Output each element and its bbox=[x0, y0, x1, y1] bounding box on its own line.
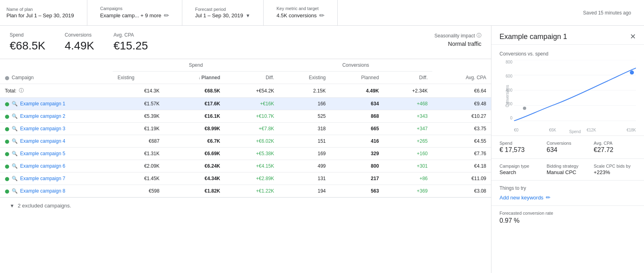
campaign-name-link[interactable]: Example campaign 2 bbox=[20, 113, 65, 119]
chart-container: 800 600 400 200 0 bbox=[500, 60, 636, 132]
search-icon: 🔍 bbox=[12, 113, 18, 119]
chart-section: Conversions vs. spend 800 600 400 200 0 bbox=[491, 45, 644, 136]
campaign-status-dot: ⬤ bbox=[5, 76, 9, 80]
col-avg-cpa-header: Avg. CPA bbox=[432, 59, 491, 84]
table-row[interactable]: ⬤ 🔍 Example campaign 1 €1.57K €17.6K +€1… bbox=[0, 98, 491, 110]
svg-point-6 bbox=[523, 107, 526, 110]
edit-keywords-icon: ✏ bbox=[546, 194, 551, 201]
col-conv-diff: Diff. bbox=[384, 72, 432, 84]
search-icon: 🔍 bbox=[12, 101, 18, 107]
campaign-name-link[interactable]: Example campaign 7 bbox=[20, 176, 65, 181]
spend-value: €68.5K bbox=[10, 39, 45, 52]
search-icon: 🔍 bbox=[12, 163, 18, 169]
close-button[interactable]: ✕ bbox=[630, 32, 636, 41]
campaign-name-link[interactable]: Example campaign 6 bbox=[20, 163, 65, 169]
plan-name-value: Plan for Jul 1 – Sep 30, 2019 bbox=[6, 12, 74, 18]
conversions-value: 4.49K bbox=[65, 39, 94, 52]
panel-avg-cpa-metric: Avg. CPA €27.72 bbox=[594, 141, 636, 154]
campaign-status-dot: ⬤ bbox=[5, 127, 9, 131]
total-info-icon[interactable]: ⓘ bbox=[19, 87, 24, 94]
table-row[interactable]: ⬤ 🔍 Example campaign 7 €1.45K €4.34K +€2… bbox=[0, 172, 491, 185]
campaign-name-link[interactable]: Example campaign 8 bbox=[20, 188, 65, 194]
campaign-name-link[interactable]: Example campaign 1 bbox=[20, 101, 65, 107]
search-icon: 🔍 bbox=[12, 126, 18, 131]
avg-cpa-value: €15.25 bbox=[114, 39, 148, 52]
forecast-label: Forecast period bbox=[195, 7, 250, 12]
table-row[interactable]: ⬤ 🔍 Example campaign 4 €687 €6.7K +€6.02… bbox=[0, 135, 491, 148]
chart-x-label: Spend bbox=[569, 129, 581, 134]
campaign-status-dot: ⬤ bbox=[5, 139, 9, 144]
col-spend-existing: Existing bbox=[113, 72, 164, 84]
table-row[interactable]: ⬤ 🔍 Example campaign 2 €5.39K €16.1K +€1… bbox=[0, 110, 491, 123]
panel-conversions-metric: Conversions 634 bbox=[547, 141, 589, 154]
col-spend-group-header: Spend bbox=[113, 59, 279, 72]
table-row[interactable]: ⬤ 🔍 Example campaign 6 €2.09K €6.24K +€4… bbox=[0, 160, 491, 172]
main-layout: Spend €68.5K Conversions 4.49K Avg. CPA … bbox=[0, 26, 644, 273]
campaign-name-link[interactable]: Example campaign 4 bbox=[20, 138, 65, 144]
right-panel-title: Example campaign 1 bbox=[500, 33, 567, 41]
forecast-value: Jul 1 – Sep 30, 2019 ▼ bbox=[195, 12, 250, 18]
col-spend-diff: Diff. bbox=[225, 72, 279, 84]
forecast-section: Forecast period Jul 1 – Sep 30, 2019 ▼ bbox=[195, 0, 264, 25]
campaign-name-link[interactable]: Example campaign 3 bbox=[20, 126, 65, 131]
campaign-status-dot: ⬤ bbox=[5, 164, 9, 168]
metric-edit-icon[interactable]: ✏ bbox=[319, 12, 324, 19]
avg-cpa-summary: Avg. CPA €15.25 bbox=[114, 32, 148, 52]
campaign-type-item: Campaign type Search bbox=[500, 164, 542, 175]
search-icon: 🔍 bbox=[12, 176, 18, 181]
avg-cpa-label: Avg. CPA bbox=[114, 32, 148, 38]
search-icon: 🔍 bbox=[12, 188, 18, 194]
campaign-status-dot: ⬤ bbox=[5, 114, 9, 119]
search-icon: 🔍 bbox=[12, 151, 18, 156]
metrics-section: Spend € 17,573 Conversions 634 Avg. CPA … bbox=[491, 136, 644, 159]
top-header: Name of plan Plan for Jul 1 – Sep 30, 20… bbox=[0, 0, 644, 26]
seasonality-summary: Seasonality impact ⓘ Normal traffic bbox=[434, 32, 481, 52]
right-panel: Example campaign 1 ✕ Conversions vs. spe… bbox=[491, 26, 644, 273]
panel-spend-metric: Spend € 17,573 bbox=[500, 141, 542, 154]
chart-svg bbox=[514, 60, 636, 121]
col-conv-group-header: Conversions bbox=[279, 59, 432, 72]
spend-label: Spend bbox=[10, 32, 45, 38]
table-row[interactable]: ⬤ 🔍 Example campaign 8 €598 €1.82K +€1.2… bbox=[0, 185, 491, 197]
add-keywords-item[interactable]: Add new keywords ✏ bbox=[500, 194, 636, 201]
col-conv-existing: Existing bbox=[279, 72, 330, 84]
scale-cpc-item: Scale CPC bids by +223% bbox=[594, 164, 636, 175]
metric-section: Key metric and target 4.5K conversions ✏ bbox=[277, 0, 338, 25]
campaign-status-dot: ⬤ bbox=[5, 152, 9, 156]
campaign-table: ⬤ Campaign Spend Conversions Avg. CPA bbox=[0, 59, 491, 197]
plan-name-label: Name of plan bbox=[6, 7, 74, 12]
campaign-name-link[interactable]: Example campaign 5 bbox=[20, 151, 65, 156]
table-row[interactable]: ⬤ 🔍 Example campaign 3 €1.19K €8.99K +€7… bbox=[0, 123, 491, 135]
table-row[interactable]: ⬤ 🔍 Example campaign 5 €1.31K €6.69K +€5… bbox=[0, 148, 491, 160]
metric-label: Key metric and target bbox=[277, 6, 324, 11]
campaigns-edit-icon[interactable]: ✏ bbox=[164, 12, 169, 19]
excluded-row[interactable]: ▼ 2 excluded campaigns. bbox=[0, 197, 491, 213]
conversions-label: Conversions bbox=[65, 32, 94, 38]
campaign-status-dot: ⬤ bbox=[5, 177, 9, 181]
metric-value: 4.5K conversions ✏ bbox=[277, 12, 324, 19]
things-section: Things to try Add new keywords ✏ bbox=[491, 181, 644, 206]
col-spend-planned: ↓Planned bbox=[164, 72, 225, 84]
campaign-status-dot: ⬤ bbox=[5, 189, 9, 193]
chart-y-label: Conversions bbox=[505, 85, 510, 107]
campaign-info-section: Campaign type Search Bidding strategy Ma… bbox=[491, 159, 644, 181]
total-row: Total: ⓘ €14.3K €68.5K +€54.2K 2.15K 4.4… bbox=[0, 84, 491, 98]
forecast-chevron-icon[interactable]: ▼ bbox=[246, 13, 250, 18]
seasonality-value: Normal traffic bbox=[434, 41, 481, 47]
conversions-summary: Conversions 4.49K bbox=[65, 32, 94, 52]
campaigns-section: Campaigns Example camp... + 9 more ✏ bbox=[100, 0, 182, 25]
campaigns-label: Campaigns bbox=[100, 6, 169, 11]
bidding-strategy-item: Bidding strategy Manual CPC bbox=[547, 164, 589, 175]
campaigns-value: Example camp... + 9 more ✏ bbox=[100, 12, 169, 19]
saved-text: Saved 15 minutes ago bbox=[583, 10, 638, 16]
campaign-status-dot: ⬤ bbox=[5, 102, 9, 106]
seasonality-label: Seasonality impact ⓘ bbox=[434, 32, 481, 39]
summary-bar: Spend €68.5K Conversions 4.49K Avg. CPA … bbox=[0, 26, 491, 59]
spend-summary: Spend €68.5K bbox=[10, 32, 45, 52]
col-campaign-header: ⬤ Campaign bbox=[0, 59, 113, 84]
search-icon: 🔍 bbox=[12, 138, 18, 144]
seasonality-info-icon[interactable]: ⓘ bbox=[477, 32, 481, 39]
plan-name-section: Name of plan Plan for Jul 1 – Sep 30, 20… bbox=[6, 0, 87, 25]
chart-title: Conversions vs. spend bbox=[500, 51, 636, 57]
svg-point-5 bbox=[630, 70, 634, 74]
